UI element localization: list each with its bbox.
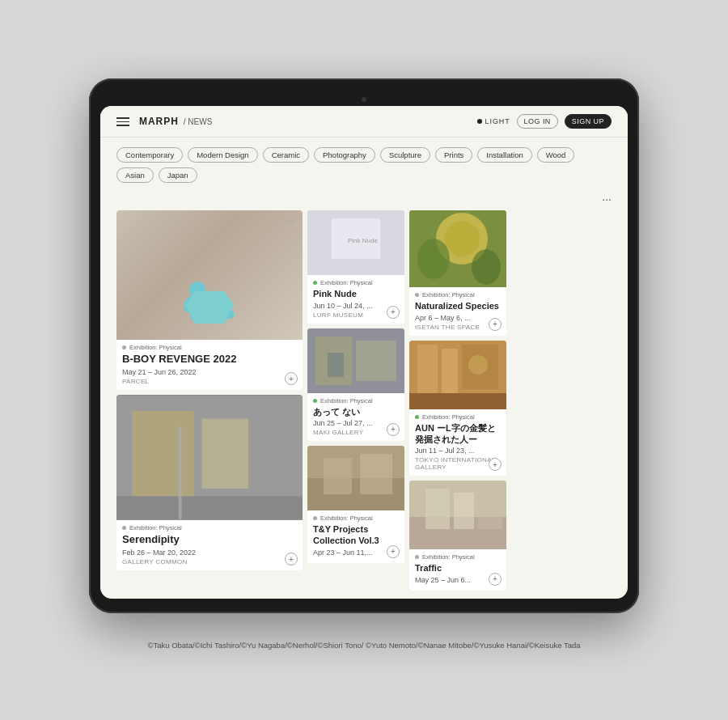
login-button[interactable]: LOG IN — [517, 114, 558, 129]
card-ty-title: T&Y Projects Collection Vol.3 — [313, 523, 399, 547]
card-pink-nude-image: Pink Nude — [307, 210, 404, 275]
camera-dot — [362, 97, 366, 102]
svg-point-0 — [180, 290, 214, 318]
card-pink-nude-type: Exhibition: Physical — [313, 279, 399, 286]
card-traffic-title: Traffic — [415, 562, 501, 574]
svg-rect-30 — [409, 393, 506, 409]
card-pink-nude-add[interactable]: + — [387, 306, 400, 319]
tag-sculpture[interactable]: Sculpture — [380, 147, 430, 163]
tags-container: Contemporary Modern Design Ceramic Photo… — [100, 138, 628, 189]
svg-rect-7 — [201, 419, 248, 489]
card-aun-image — [409, 341, 506, 409]
nav-news: / NEWS — [184, 117, 213, 126]
card-bboy-info: Exhibition: Physical B-BOY REVENGE 2022 … — [116, 340, 303, 390]
header: MARPH / NEWS LIGHT LOG IN SIGN UP — [100, 106, 628, 138]
svg-text:Pink Nude: Pink Nude — [348, 237, 378, 244]
type-dot-nat — [415, 293, 419, 297]
card-serendipity-bookmark[interactable]: ⋯ — [286, 400, 298, 411]
card-atte-nai-date: Jun 25 – Jul 27, ... — [313, 419, 399, 427]
svg-rect-9 — [179, 426, 182, 519]
light-label: LIGHT — [485, 117, 510, 125]
more-options[interactable]: ··· — [100, 189, 628, 207]
card-natural-type: Exhibition: Physical — [415, 291, 501, 299]
light-dot — [477, 119, 482, 124]
tag-contemporary[interactable]: Contemporary — [116, 147, 183, 163]
content-grid: Exhibition: Physical B-BOY REVENGE 2022 … — [100, 207, 628, 598]
footer-credits: ©Taku Obata/©Ichi Tashiro/©Yu Nagaba/©Ne… — [139, 629, 588, 658]
tag-ceramic[interactable]: Ceramic — [263, 147, 309, 163]
camera-bar — [100, 93, 628, 106]
tag-japan[interactable]: Japan — [159, 167, 197, 183]
card-ty-add[interactable]: + — [387, 545, 400, 558]
card-serendipity-image — [116, 395, 303, 520]
card-bboy-venue: PARCEL — [122, 378, 297, 385]
card-serendipity: Exhibition: Physical Serendipity Feb 26 … — [116, 395, 303, 570]
card-traffic-add[interactable]: + — [489, 573, 502, 586]
card-bboy-bookmark[interactable]: ⋯ — [286, 215, 298, 227]
logo: MARPH — [139, 116, 179, 127]
type-dot — [122, 345, 126, 349]
card-aun-title: AUN ーL字の金髪と発掘された人ー — [415, 422, 501, 446]
card-atte-nai-title: あって ない — [313, 406, 399, 417]
signup-button[interactable]: SIGN UP — [565, 114, 612, 129]
card-atte-nai-image — [307, 328, 404, 393]
svg-rect-28 — [442, 349, 458, 393]
svg-point-1 — [189, 282, 205, 298]
card-bboy-date: May 21 – Jun 26, 2022 — [122, 368, 297, 376]
card-pink-nude-date: Jun 10 – Jul 24, ... — [313, 302, 399, 310]
svg-rect-6 — [132, 411, 194, 496]
svg-point-25 — [472, 249, 501, 285]
card-serendipity-title: Serendipity — [122, 533, 297, 547]
card-natural-title: Naturalized Species — [415, 300, 501, 311]
hamburger-menu[interactable] — [116, 117, 129, 126]
card-serendipity-info: Exhibition: Physical Serendipity Feb 26 … — [116, 520, 303, 570]
svg-point-31 — [468, 355, 488, 375]
card-ty-image — [307, 446, 404, 510]
card-serendipity-type: Exhibition: Physical — [122, 524, 297, 532]
card-traffic-image — [409, 481, 506, 549]
tag-wood[interactable]: Wood — [537, 147, 575, 163]
screen-content: MARPH / NEWS LIGHT LOG IN SIGN UP Contem… — [100, 106, 628, 598]
card-bboy: Exhibition: Physical B-BOY REVENGE 2022 … — [116, 210, 303, 390]
card-ty: Exhibition: Physical T&Y Projects Collec… — [307, 446, 404, 563]
tag-modern-design[interactable]: Modern Design — [188, 147, 257, 163]
card-natural-date: Apr 6 – May 6, ... — [415, 314, 501, 322]
svg-rect-35 — [454, 493, 474, 529]
tag-photography[interactable]: Photography — [314, 147, 375, 163]
svg-point-2 — [199, 289, 228, 311]
card-atte-nai-add[interactable]: + — [387, 423, 400, 436]
tablet-screen: MARPH / NEWS LIGHT LOG IN SIGN UP Contem… — [100, 106, 628, 598]
card-atte-nai-type: Exhibition: Physical — [313, 397, 399, 404]
light-indicator: LIGHT — [477, 117, 510, 125]
svg-rect-15 — [356, 341, 396, 381]
svg-point-4 — [207, 301, 236, 322]
tag-asian[interactable]: Asian — [116, 167, 154, 183]
svg-rect-27 — [417, 345, 438, 393]
tag-installation[interactable]: Installation — [477, 147, 531, 163]
tag-prints[interactable]: Prints — [435, 147, 472, 163]
svg-point-3 — [189, 307, 214, 324]
card-atte-nai: Exhibition: Physical あって ない Jun 25 – Jul… — [307, 328, 404, 441]
card-bboy-image — [116, 210, 303, 340]
type-dot-pn — [313, 281, 317, 285]
card-natural-add[interactable]: + — [489, 318, 502, 331]
card-serendipity-venue: Gallery COMMON — [122, 558, 297, 565]
card-aun: Exhibition: Physical AUN ーL字の金髪と発掘された人ー … — [409, 341, 506, 476]
svg-rect-8 — [116, 497, 303, 520]
card-natural-image — [409, 210, 506, 287]
header-right: LIGHT LOG IN SIGN UP — [477, 114, 612, 129]
device-wrapper: MARPH / NEWS LIGHT LOG IN SIGN UP Contem… — [89, 78, 639, 612]
svg-rect-19 — [324, 458, 352, 494]
card-serendipity-add[interactable]: + — [285, 553, 298, 565]
type-dot-aun — [415, 415, 419, 419]
card-natural: Exhibition: Physical Naturalized Species… — [409, 210, 506, 335]
card-ty-type: Exhibition: Physical — [313, 515, 399, 522]
type-dot-tr — [415, 555, 419, 559]
card-pink-nude: Pink Nude Exhibition: Physical Pink Nude… — [307, 210, 404, 323]
tablet-frame: MARPH / NEWS LIGHT LOG IN SIGN UP Contem… — [89, 78, 639, 612]
svg-rect-34 — [425, 489, 450, 529]
svg-rect-36 — [478, 497, 502, 529]
card-aun-date: Jun 11 – Jul 23, ... — [415, 447, 501, 455]
card-traffic: Exhibition: Physical Traffic May 25 – Ju… — [409, 481, 506, 590]
svg-point-24 — [417, 239, 450, 279]
